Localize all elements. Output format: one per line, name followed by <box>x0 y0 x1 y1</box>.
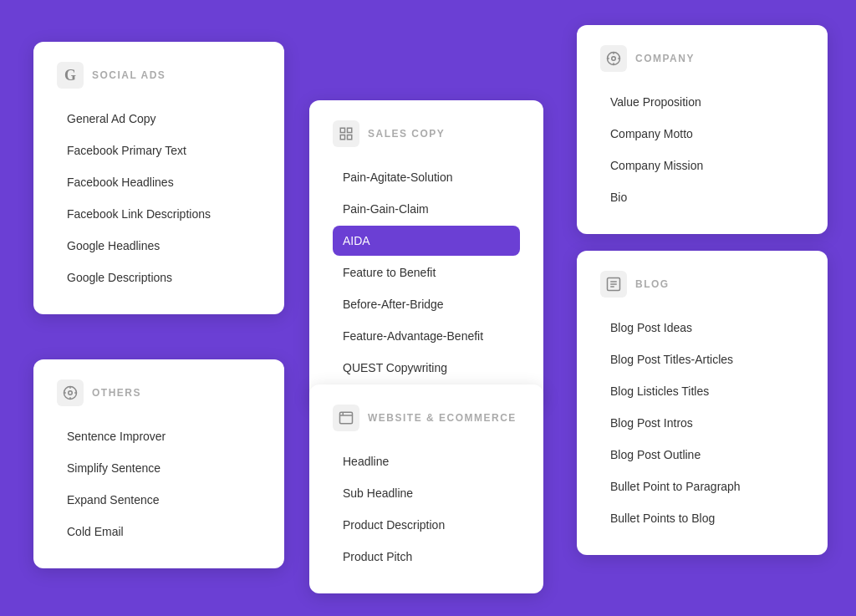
others-icon <box>57 379 84 406</box>
sales-copy-header: SALES COPY <box>333 120 520 147</box>
list-item[interactable]: Bullet Point to Paragraph <box>600 471 804 501</box>
svg-rect-7 <box>348 128 352 132</box>
list-item[interactable]: General Ad Copy <box>57 104 261 134</box>
list-item[interactable]: Google Descriptions <box>57 262 261 293</box>
list-item[interactable]: Before-After-Bridge <box>333 289 520 319</box>
list-item[interactable]: Blog Post Titles-Articles <box>600 344 804 374</box>
social-ads-icon: G <box>57 62 84 89</box>
svg-rect-10 <box>340 412 353 424</box>
list-item[interactable]: Cold Email <box>57 517 261 547</box>
list-item[interactable]: Headline <box>333 446 520 476</box>
list-item[interactable]: Bullet Points to Blog <box>600 503 804 533</box>
list-item[interactable]: Blog Post Ideas <box>600 313 804 343</box>
others-items: Sentence ImproverSimplify SentenceExpand… <box>57 421 261 547</box>
list-item[interactable]: Company Motto <box>600 119 804 149</box>
list-item[interactable]: Feature to Benefit <box>333 257 520 288</box>
blog-icon <box>600 271 627 298</box>
list-item[interactable]: Facebook Primary Text <box>57 135 261 165</box>
company-title: COMPANY <box>635 53 695 64</box>
others-title: OTHERS <box>92 387 141 399</box>
social-ads-title: SOCIAL ADS <box>92 69 166 81</box>
others-header: OTHERS <box>57 379 261 406</box>
list-item[interactable]: Bio <box>600 182 804 212</box>
blog-card: BLOG Blog Post IdeasBlog Post Titles-Art… <box>577 251 828 555</box>
company-icon <box>600 45 627 72</box>
list-item[interactable]: Product Description <box>333 510 520 540</box>
blog-title: BLOG <box>635 278 670 290</box>
list-item[interactable]: Feature-Advantage-Benefit <box>333 321 520 351</box>
svg-point-1 <box>69 391 73 395</box>
website-items: HeadlineSub HeadlineProduct DescriptionP… <box>333 446 520 572</box>
list-item[interactable]: Value Proposition <box>600 87 804 117</box>
sales-copy-title: SALES COPY <box>368 128 445 140</box>
website-icon <box>333 405 359 431</box>
list-item[interactable]: QUEST Copywriting <box>333 353 520 383</box>
social-ads-header: G SOCIAL ADS <box>57 62 261 89</box>
sales-copy-items: Pain-Agitate-SolutionPain-Gain-ClaimAIDA… <box>333 162 520 383</box>
list-item[interactable]: Pain-Gain-Claim <box>333 194 520 224</box>
list-item[interactable]: Sub Headline <box>333 478 520 508</box>
blog-items: Blog Post IdeasBlog Post Titles-Articles… <box>600 313 804 533</box>
list-item[interactable]: Google Headlines <box>57 231 261 261</box>
list-item[interactable]: Facebook Link Descriptions <box>57 199 261 229</box>
svg-rect-9 <box>348 135 352 140</box>
list-item[interactable]: Product Pitch <box>333 542 520 572</box>
website-header: WEBSITE & ECOMMERCE <box>333 405 520 431</box>
sales-copy-icon <box>333 120 359 147</box>
list-item[interactable]: Blog Post Outline <box>600 440 804 470</box>
company-card: COMPANY Value PropositionCompany MottoCo… <box>577 25 828 234</box>
svg-rect-6 <box>340 128 344 132</box>
social-ads-items: General Ad CopyFacebook Primary TextFace… <box>57 104 261 293</box>
company-items: Value PropositionCompany MottoCompany Mi… <box>600 87 804 212</box>
sales-copy-card: SALES COPY Pain-Agitate-SolutionPain-Gai… <box>309 100 543 405</box>
list-item[interactable]: Pain-Agitate-Solution <box>333 162 520 192</box>
social-ads-card: G SOCIAL ADS General Ad CopyFacebook Pri… <box>33 42 284 314</box>
list-item[interactable]: Expand Sentence <box>57 485 261 515</box>
list-item[interactable]: Sentence Improver <box>57 421 261 451</box>
svg-point-14 <box>612 57 616 61</box>
list-item[interactable]: Facebook Headlines <box>57 167 261 197</box>
list-item[interactable]: AIDA <box>333 226 520 256</box>
others-card: OTHERS Sentence ImproverSimplify Sentenc… <box>33 359 284 568</box>
list-item[interactable]: Blog Post Intros <box>600 408 804 438</box>
list-item[interactable]: Simplify Sentence <box>57 453 261 483</box>
blog-header: BLOG <box>600 271 804 298</box>
svg-rect-8 <box>340 135 344 140</box>
website-title: WEBSITE & ECOMMERCE <box>368 412 517 424</box>
company-header: COMPANY <box>600 45 804 72</box>
website-card: WEBSITE & ECOMMERCE HeadlineSub Headline… <box>309 384 543 593</box>
list-item[interactable]: Company Mission <box>600 150 804 181</box>
list-item[interactable]: Blog Listicles Titles <box>600 376 804 406</box>
